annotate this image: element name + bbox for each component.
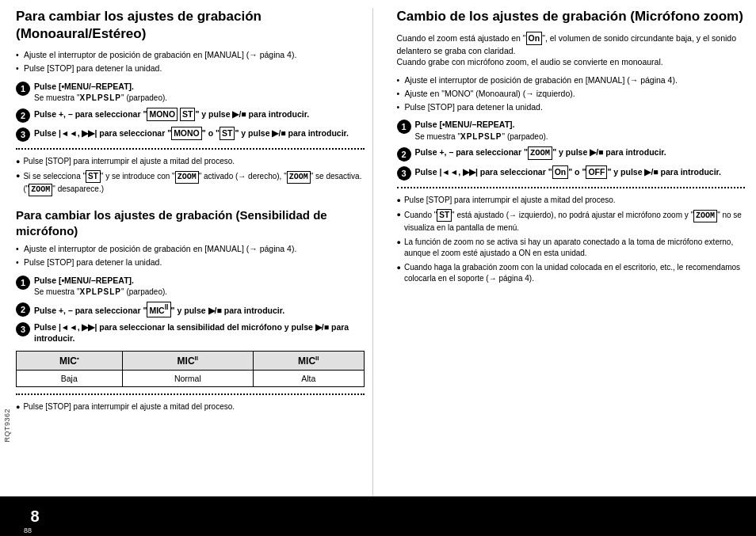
list-item: Ajuste en "MONO" (Monoaural) (→ izquierd… (397, 88, 746, 100)
note-r4-text: Cuando haga la grabación zoom con la uni… (404, 262, 745, 284)
step-1-content: Pulse [•MENU/–REPEAT]. Se muestra "XPLPS… (34, 81, 365, 105)
step-s2-1-content: Pulse [•MENU/–REPEAT]. Se muestra "XPLPS… (34, 275, 365, 298)
right-intro: Cuando el zoom está ajustado en "On", el… (397, 32, 746, 68)
left-column: Para cambiar los ajustes de grabación (M… (16, 8, 373, 499)
step-s2-2-main: Pulse +, – para seleccionar "MICll" y pu… (34, 306, 284, 315)
note-r3-text: La función de zoom no se activa si hay u… (404, 237, 745, 259)
note-1-text: Pulse [STOP] para interrumpir el ajuste … (23, 156, 235, 167)
dotted-divider-2 (16, 393, 365, 395)
section2-bullets: Ajuste el interruptor de posición de gra… (16, 243, 365, 268)
step-r2-main: Pulse +, – para seleccionar "ZOOM" y pul… (415, 147, 666, 157)
note-r1: Pulse [STOP] para interrumpir el ajuste … (397, 195, 746, 206)
mic-col-3-header: MICll (254, 351, 364, 370)
page-container: RQT9362 Para cambiar los ajustes de grab… (0, 0, 756, 536)
dotted-divider-1 (16, 148, 365, 150)
mic-col-3-label: Alta (254, 370, 364, 386)
step-r1-sub: Se muestra "XPLPSLP" (parpadeo). (415, 131, 746, 143)
list-item: Pulse [STOP] para detener la unidad. (16, 257, 365, 268)
step-r2: 2 Pulse +, – para seleccionar "ZOOM" y p… (397, 146, 746, 162)
step-num-1: 1 (16, 82, 30, 96)
step-s2-3-main: Pulse |◄◄, ▶▶| para seleccionar la sensi… (34, 322, 349, 344)
step-2: 2 Pulse +, – para seleccionar "MONO ST" … (16, 108, 365, 123)
note-2: Si se selecciona "ST" y se introduce con… (16, 170, 365, 196)
step-s2-3-content: Pulse |◄◄, ▶▶| para seleccionar la sensi… (34, 321, 365, 344)
step-2-content: Pulse +, – para seleccionar "MONO ST" y … (34, 108, 365, 121)
step-r1-content: Pulse [•MENU/–REPEAT]. Se muestra "XPLPS… (415, 119, 746, 143)
right-column: Cambio de los ajustes de grabación (Micr… (389, 8, 746, 499)
list-item: Ajuste el interruptor de posición de gra… (397, 74, 746, 86)
note-r3: La función de zoom no se activa si hay u… (397, 237, 746, 259)
step-r1: 1 Pulse [•MENU/–REPEAT]. Se muestra "XPL… (397, 119, 746, 143)
list-item: Pulse [STOP] para detener la unidad. (16, 63, 365, 74)
step-s2-2: 2 Pulse +, – para seleccionar "MICll" y … (16, 302, 365, 317)
step-3-main: Pulse |◄◄, ▶▶| para seleccionar "MONO" o… (34, 128, 349, 138)
mic-col-2-label: Normal (122, 370, 254, 386)
mic-col-1-header: MIC• (17, 351, 123, 370)
section1-bullets: Ajuste el interruptor de posición de gra… (16, 49, 365, 74)
note-r1-text: Pulse [STOP] para interrumpir el ajuste … (404, 195, 616, 206)
list-item: Ajuste el interruptor de posición de gra… (16, 49, 365, 61)
note-2-text: Si se selecciona "ST" y se introduce con… (23, 170, 364, 196)
mic-col-2-header: MICll (122, 351, 254, 370)
section2-title: Para cambiar los ajustes de grabación (S… (16, 207, 365, 238)
note-r2-text: Cuando "ST" está ajustado (→ izquierdo),… (404, 209, 745, 234)
dotted-divider-r (397, 187, 746, 188)
right-title: Cambio de los ajustes de grabación (Micr… (397, 8, 746, 25)
page-number: 8 (24, 507, 46, 526)
note-r4: Cuando haga la grabación zoom con la uni… (397, 262, 746, 284)
step-s2-3: 3 Pulse |◄◄, ▶▶| para seleccionar la sen… (16, 321, 365, 344)
note-s2: Pulse [STOP] para interrumpir el ajuste … (16, 401, 365, 412)
list-item: Ajuste el interruptor de posición de gra… (16, 243, 365, 255)
step-num-r3: 3 (397, 166, 411, 181)
note-s2-text: Pulse [STOP] para interrumpir el ajuste … (23, 401, 235, 412)
step-r2-content: Pulse +, – para seleccionar "ZOOM" y pul… (415, 146, 746, 160)
right-bullets: Ajuste el interruptor de posición de gra… (397, 74, 746, 112)
step-r3-main: Pulse |◄◄, ▶▶| para seleccionar "On" o "… (415, 167, 722, 177)
step-3: 3 Pulse |◄◄, ▶▶| para seleccionar "MONO"… (16, 127, 365, 142)
step-num-s2-2: 2 (16, 302, 30, 317)
step-num-s2-1: 1 (16, 276, 30, 290)
content-area: Para cambiar los ajustes de grabación (M… (16, 8, 745, 499)
step-r1-main: Pulse [•MENU/–REPEAT]. (415, 120, 515, 129)
step-num-s2-3: 3 (16, 322, 30, 336)
mic-col-1-label: Baja (17, 370, 123, 386)
step-s2-1: 1 Pulse [•MENU/–REPEAT]. Se muestra "XPL… (16, 275, 365, 298)
step-2-main: Pulse +, – para seleccionar "MONO ST" y … (34, 109, 309, 119)
step-s2-1-sub: Se muestra "XPLPSLP" (parpadeo). (34, 287, 365, 298)
page-number-small: 88 (24, 526, 32, 534)
step-1-sub: Se muestra "XPLPSLP" (parpadeo). (34, 93, 365, 104)
step-s2-1-main: Pulse [•MENU/–REPEAT]. (34, 276, 134, 285)
step-s2-2-content: Pulse +, – para seleccionar "MICll" y pu… (34, 302, 365, 317)
section1-title: Para cambiar los ajustes de grabación (M… (16, 8, 365, 43)
step-r3: 3 Pulse |◄◄, ▶▶| para seleccionar "On" o… (397, 165, 746, 181)
step-num-r1: 1 (397, 120, 411, 134)
note-1: Pulse [STOP] para interrumpir el ajuste … (16, 156, 365, 167)
step-num-r2: 2 (397, 147, 411, 162)
side-label: RQT9362 (0, 378, 14, 473)
step-num-3: 3 (16, 127, 30, 142)
step-1: 1 Pulse [•MENU/–REPEAT]. Se muestra "XPL… (16, 81, 365, 105)
step-r3-content: Pulse |◄◄, ▶▶| para seleccionar "On" o "… (415, 165, 746, 179)
bottom-bar: 8 88 (0, 496, 756, 536)
mic-table: MIC• MICll MICll Baja Normal Alta (16, 351, 365, 387)
note-r2: Cuando "ST" está ajustado (→ izquierdo),… (397, 209, 746, 234)
rqt-label: RQT9362 (3, 409, 11, 443)
step-1-main: Pulse [•MENU/–REPEAT]. (34, 82, 134, 91)
list-item: Pulse [STOP] para detener la unidad. (397, 101, 746, 113)
step-num-2: 2 (16, 108, 30, 123)
step-3-content: Pulse |◄◄, ▶▶| para seleccionar "MONO" o… (34, 127, 365, 140)
